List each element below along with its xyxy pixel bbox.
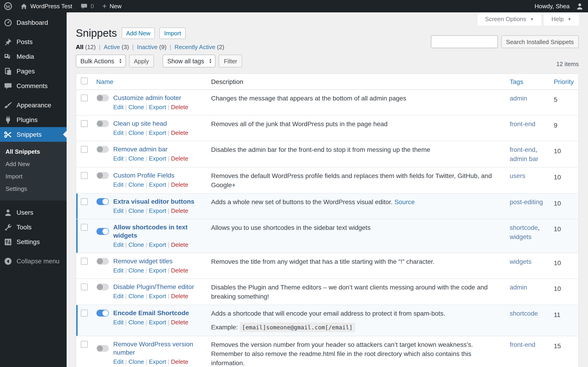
clone-link[interactable]: Clone bbox=[128, 241, 149, 248]
delete-link[interactable]: Delete bbox=[171, 129, 188, 136]
tag-link[interactable]: front-end bbox=[510, 341, 536, 348]
snippet-name-link[interactable]: Remove admin bar bbox=[113, 145, 168, 153]
help-tab[interactable]: Help ▼ bbox=[544, 12, 579, 26]
sidebar-item-settings[interactable]: Settings bbox=[0, 234, 67, 249]
clone-link[interactable]: Clone bbox=[128, 181, 149, 188]
activation-toggle[interactable] bbox=[96, 258, 109, 265]
snippet-name-link[interactable]: Custom Profile Fields bbox=[113, 171, 174, 179]
clone-link[interactable]: Clone bbox=[128, 129, 149, 136]
tag-link[interactable]: front-end bbox=[510, 146, 536, 153]
export-link[interactable]: Export bbox=[149, 267, 171, 274]
tag-link[interactable]: front-end bbox=[510, 120, 536, 127]
activation-toggle[interactable] bbox=[96, 228, 109, 235]
activation-toggle[interactable] bbox=[96, 120, 109, 127]
select-all-checkbox[interactable] bbox=[81, 77, 88, 84]
row-checkbox[interactable] bbox=[81, 284, 88, 290]
delete-link[interactable]: Delete bbox=[171, 155, 188, 162]
collapse-menu-button[interactable]: Collapse menu bbox=[0, 254, 67, 268]
snippet-name-link[interactable]: Allow shortcodes in text widgets bbox=[113, 223, 202, 240]
edit-link[interactable]: Edit bbox=[113, 293, 128, 300]
delete-link[interactable]: Delete bbox=[171, 293, 188, 300]
delete-link[interactable]: Delete bbox=[171, 181, 188, 188]
filter-recently-active[interactable]: Recently Active (2) bbox=[174, 44, 225, 50]
sidebar-item-plugins[interactable]: Plugins bbox=[0, 112, 67, 127]
filter-active[interactable]: Active (3) bbox=[104, 44, 129, 50]
row-checkbox[interactable] bbox=[81, 341, 88, 348]
delete-link[interactable]: Delete bbox=[171, 267, 188, 274]
delete-link[interactable]: Delete bbox=[171, 241, 188, 248]
tag-link[interactable]: shortcode bbox=[510, 310, 538, 317]
sidebar-item-appearance[interactable]: Appearance bbox=[0, 98, 67, 112]
activation-toggle[interactable] bbox=[96, 172, 109, 179]
tag-link[interactable]: shortcode bbox=[510, 224, 538, 231]
export-link[interactable]: Export bbox=[149, 207, 171, 214]
edit-link[interactable]: Edit bbox=[113, 267, 128, 274]
new-content-menu[interactable]: + New bbox=[98, 0, 126, 12]
export-link[interactable]: Export bbox=[149, 241, 171, 248]
snippet-name-link[interactable]: Clean up site head bbox=[113, 119, 167, 127]
activation-toggle[interactable] bbox=[96, 283, 109, 290]
sidebar-item-users[interactable]: Users bbox=[0, 205, 67, 220]
row-checkbox[interactable] bbox=[81, 120, 88, 127]
apply-button[interactable]: Apply bbox=[129, 55, 154, 67]
activation-toggle[interactable] bbox=[96, 309, 109, 316]
export-link[interactable]: Export bbox=[149, 293, 171, 300]
clone-link[interactable]: Clone bbox=[128, 267, 149, 274]
row-checkbox[interactable] bbox=[81, 94, 88, 101]
clone-link[interactable]: Clone bbox=[128, 155, 149, 162]
wordpress-logo-menu[interactable]: W bbox=[0, 0, 16, 12]
sidebar-item-tools[interactable]: Tools bbox=[0, 220, 67, 234]
activation-toggle[interactable] bbox=[96, 345, 109, 352]
filter-button[interactable]: Filter bbox=[219, 55, 242, 67]
snippet-name-link[interactable]: Remove WordPress version number bbox=[113, 340, 202, 357]
comments-shortcut[interactable]: 0 bbox=[77, 0, 98, 12]
sort-by-name[interactable]: Name bbox=[96, 78, 113, 85]
my-account-menu[interactable]: Howdy, Shea bbox=[530, 0, 588, 12]
export-link[interactable]: Export bbox=[149, 358, 171, 365]
tag-link[interactable]: admin bar bbox=[510, 155, 538, 162]
submenu-all-snippets[interactable]: All Snippets bbox=[0, 145, 67, 158]
delete-link[interactable]: Delete bbox=[171, 207, 188, 214]
import-button[interactable]: Import bbox=[160, 27, 186, 39]
submenu-import[interactable]: Import bbox=[0, 170, 67, 183]
snippet-name-link[interactable]: Encode Email Shortcode bbox=[113, 309, 189, 317]
search-input[interactable] bbox=[431, 35, 498, 48]
row-checkbox[interactable] bbox=[81, 310, 88, 317]
clone-link[interactable]: Clone bbox=[128, 358, 149, 365]
sidebar-item-posts[interactable]: Posts bbox=[0, 34, 67, 49]
activation-toggle[interactable] bbox=[96, 94, 109, 101]
filter-all[interactable]: All (12) bbox=[76, 44, 96, 50]
source-link[interactable]: Source bbox=[394, 198, 415, 206]
edit-link[interactable]: Edit bbox=[113, 181, 128, 188]
site-name-menu[interactable]: WordPress Test bbox=[16, 0, 77, 12]
sidebar-item-dashboard[interactable]: Dashboard bbox=[0, 15, 67, 30]
edit-link[interactable]: Edit bbox=[113, 104, 128, 110]
snippet-name-link[interactable]: Customize admin footer bbox=[113, 94, 181, 102]
sort-by-priority[interactable]: Priority bbox=[554, 78, 574, 85]
edit-link[interactable]: Edit bbox=[113, 241, 128, 248]
sort-by-tags[interactable]: Tags bbox=[510, 78, 523, 85]
edit-link[interactable]: Edit bbox=[113, 319, 128, 326]
sidebar-item-snippets[interactable]: Snippets bbox=[0, 127, 67, 142]
snippet-name-link[interactable]: Disable Plugin/Theme editor bbox=[113, 283, 194, 291]
row-checkbox[interactable] bbox=[81, 146, 88, 153]
tag-link[interactable]: widgets bbox=[510, 233, 531, 240]
activation-toggle[interactable] bbox=[96, 146, 109, 152]
tag-link[interactable]: admin bbox=[510, 94, 527, 102]
sidebar-item-media[interactable]: Media bbox=[0, 49, 67, 64]
edit-link[interactable]: Edit bbox=[113, 129, 128, 136]
snippet-name-link[interactable]: Remove widget titles bbox=[113, 257, 173, 265]
edit-link[interactable]: Edit bbox=[113, 358, 128, 365]
tag-link[interactable]: post-editing bbox=[510, 198, 543, 206]
delete-link[interactable]: Delete bbox=[171, 319, 188, 326]
delete-link[interactable]: Delete bbox=[171, 358, 188, 365]
edit-link[interactable]: Edit bbox=[113, 155, 128, 162]
tags-filter-select[interactable]: Show all tags ▲▼ bbox=[163, 55, 216, 67]
sidebar-item-comments[interactable]: Comments bbox=[0, 78, 67, 93]
tag-link[interactable]: users bbox=[510, 172, 525, 179]
export-link[interactable]: Export bbox=[149, 129, 171, 136]
row-checkbox[interactable] bbox=[81, 198, 88, 205]
row-checkbox[interactable] bbox=[81, 258, 88, 265]
delete-link[interactable]: Delete bbox=[171, 104, 188, 110]
clone-link[interactable]: Clone bbox=[128, 293, 149, 300]
